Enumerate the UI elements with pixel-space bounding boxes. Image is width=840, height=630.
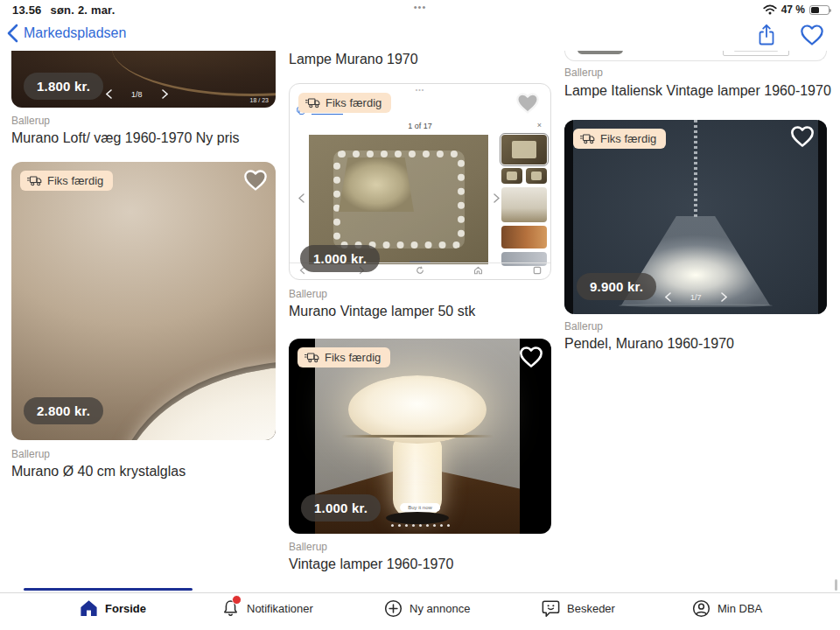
listing-title[interactable]: Murano Loft/ væg 1960-1970 Ny pris: [11, 130, 240, 146]
favorite-heart-button[interactable]: [515, 92, 540, 115]
listing-title[interactable]: Lampe Italiensk Vintage lamper 1960-1970: [564, 83, 831, 99]
listing-card-vintage-lamper[interactable]: Buy it now Fiks færdig 1.000 kr.: [289, 339, 551, 534]
listing-card-italiensk-partial[interactable]: [564, 49, 827, 61]
truck-icon: [304, 352, 319, 363]
listing-card-murano-50stk[interactable]: ••• DEUTSCH DANSK 1 of 17 ×: [289, 83, 551, 280]
listing-title[interactable]: Pendel, Murano 1960-1970: [564, 336, 734, 352]
fiks-faerdig-label: Fiks færdig: [600, 132, 656, 145]
listing-location: Ballerup: [564, 66, 603, 79]
listing-card-murano-loft[interactable]: 1.800 kr. 1/8 18 / 23: [11, 51, 276, 108]
back-chevron-icon: [7, 24, 18, 43]
listing-title[interactable]: Murano Vintage lamper 50 stk: [289, 304, 475, 319]
share-icon[interactable]: [756, 23, 777, 47]
truck-icon: [27, 175, 42, 186]
active-tab-indicator: [24, 588, 192, 591]
fiks-faerdig-label: Fiks færdig: [326, 96, 382, 109]
favorite-heart-button[interactable]: [790, 125, 815, 148]
listing-title[interactable]: Murano Ø 40 cm krystalglas: [11, 464, 186, 480]
buy-it-now-label: Buy it now: [400, 503, 440, 512]
fiks-faerdig-badge: Fiks færdig: [20, 171, 113, 191]
fiks-faerdig-badge: Fiks færdig: [298, 347, 390, 368]
back-label: Markedspladsen: [24, 25, 126, 41]
price-badge: 1.000 kr.: [300, 245, 380, 272]
truck-icon: [305, 97, 320, 108]
price-badge: 2.800 kr.: [24, 397, 103, 424]
listing-location: Ballerup: [289, 541, 327, 553]
pagination-dots: [289, 524, 551, 527]
photo-count-label: 18 / 23: [250, 97, 269, 103]
browser-refresh-icon: [416, 266, 424, 275]
photo-carousel: 1/7: [665, 292, 727, 302]
status-indicators: 47 %: [763, 4, 830, 16]
listing-title[interactable]: Vintage lamper 1960-1970: [289, 556, 453, 572]
fiks-faerdig-badge: Fiks færdig: [298, 93, 391, 113]
fiks-faerdig-badge: Fiks færdig: [573, 129, 666, 149]
wifi-icon: [763, 4, 777, 15]
marketplace-screen: 13.56søn. 2. mar. ••• 47 % Markedspladse…: [0, 0, 840, 630]
nav-bar: Markedspladsen: [0, 21, 840, 51]
screenshot-close-icon: ×: [537, 121, 542, 130]
tab-ny-annonce[interactable]: Ny annonce: [383, 598, 470, 619]
battery-percent: 47 %: [781, 4, 805, 16]
tab-min-dba[interactable]: Min DBA: [691, 598, 762, 619]
tab-beskeder[interactable]: Beskeder: [541, 598, 615, 619]
screenshot-photo-counter: 1 of 17: [290, 122, 550, 130]
listing-card-murano-krystalglas[interactable]: Fiks færdig 2.800 kr.: [11, 162, 276, 440]
chevron-left-icon[interactable]: [106, 89, 112, 99]
price-badge: 1.800 kr.: [24, 73, 103, 100]
back-button[interactable]: Markedspladsen: [7, 24, 126, 43]
lamp-photo-decoration: [694, 120, 697, 218]
chat-smiley-icon: [541, 598, 561, 619]
home-icon: [79, 598, 99, 618]
chevron-right-icon[interactable]: [721, 292, 727, 302]
grabber-dots-icon: •••: [0, 2, 840, 12]
tab-label: Ny annonce: [410, 602, 470, 615]
photo-letterbox: [818, 120, 827, 314]
browser-tabs-icon: [533, 266, 542, 275]
carousel-counter: 1/8: [131, 90, 143, 99]
listing-location: Ballerup: [11, 448, 50, 460]
chevron-left-icon: [298, 193, 304, 203]
favorite-heart-button[interactable]: [519, 346, 543, 368]
profile-icon: [691, 598, 711, 619]
favorites-heart-icon[interactable]: [800, 24, 824, 46]
tab-label: Min DBA: [718, 602, 762, 615]
photo-letterbox: [564, 120, 573, 314]
notification-badge: [232, 595, 242, 605]
listing-card-pendel-murano[interactable]: Fiks færdig 9.900 kr. 1/7: [564, 120, 827, 314]
tab-label: Notifikationer: [247, 602, 313, 615]
fiks-faerdig-label: Fiks færdig: [325, 351, 381, 364]
page-indicator: [410, 261, 430, 262]
battery-icon: [809, 5, 830, 15]
scrollbar-thumb[interactable]: [835, 579, 837, 591]
chevron-right-icon[interactable]: [162, 89, 168, 99]
price-badge: 9.900 kr.: [577, 273, 656, 300]
divider: [0, 592, 840, 593]
tab-label: Beskeder: [567, 602, 615, 615]
screenshot-thumbnails: [501, 135, 547, 266]
truck-icon: [580, 133, 595, 144]
favorite-heart-button[interactable]: [243, 169, 268, 192]
listing-location: Ballerup: [564, 320, 603, 332]
status-bar: 13.56søn. 2. mar. ••• 47 %: [0, 0, 840, 21]
carousel-counter: 1/7: [690, 293, 702, 302]
chevron-right-icon: [494, 193, 500, 203]
listing-location: Ballerup: [289, 288, 327, 300]
tab-forside[interactable]: Forside: [79, 598, 146, 618]
lamp-photo-decoration: [619, 304, 773, 307]
tab-notifikationer[interactable]: Notifikationer: [220, 598, 313, 619]
chevron-left-icon[interactable]: [665, 292, 671, 302]
price-badge: 1.000 kr.: [301, 494, 381, 522]
tab-label: Forside: [105, 602, 146, 615]
nav-actions: [756, 23, 824, 47]
browser-home-icon: [473, 266, 483, 275]
listing-title[interactable]: Lampe Murano 1970: [289, 52, 418, 67]
screenshot-handle-dots: •••: [290, 87, 550, 93]
plus-circle-icon: [383, 598, 403, 619]
fiks-faerdig-label: Fiks færdig: [47, 174, 103, 187]
listing-location: Ballerup: [11, 115, 50, 127]
photo-carousel: 1/8: [106, 89, 168, 99]
